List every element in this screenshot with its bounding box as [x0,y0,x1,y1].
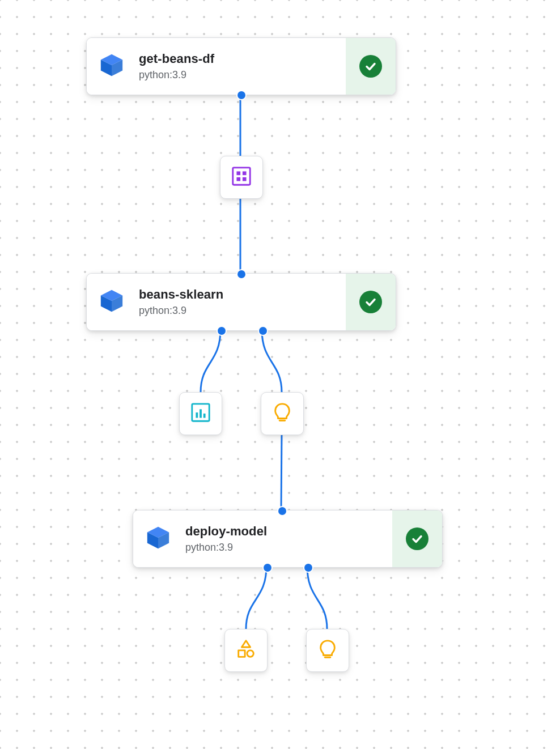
task-text-area: get-beans-df python:3.9 [137,38,346,95]
connection-port [258,326,268,336]
dataset-icon [231,165,252,189]
success-check-icon [359,55,382,78]
task-node-get-beans-df[interactable]: get-beans-df python:3.9 [86,37,396,95]
svg-rect-4 [243,177,247,181]
svg-rect-3 [236,177,240,181]
task-title: get-beans-df [139,52,346,66]
svg-rect-7 [200,409,202,418]
task-cube-icon-area [87,38,137,95]
task-node-deploy-model[interactable]: deploy-model python:3.9 [133,510,443,568]
connection-port [236,269,247,279]
artifact-node-model[interactable] [261,392,304,435]
task-title: beans-sklearn [139,287,346,302]
task-cube-icon-area [87,274,137,330]
success-check-icon [359,291,382,313]
artifact-node-idea2[interactable] [306,629,349,672]
svg-rect-6 [196,412,198,418]
connection-port [236,90,247,100]
metrics-icon [190,402,211,425]
canvas-dot-background [0,0,560,749]
svg-point-11 [247,650,253,657]
shapes-icon [235,639,257,662]
artifact-node-dataset[interactable] [220,156,263,199]
task-subtitle: python:3.9 [139,69,346,81]
lightbulb-icon [271,402,293,425]
task-title: deploy-model [185,524,392,539]
success-check-icon [406,527,429,550]
svg-rect-0 [233,168,250,185]
task-subtitle: python:3.9 [185,542,392,554]
cube-icon [99,288,125,316]
cube-icon [145,525,171,553]
connection-port [277,506,287,516]
lightbulb-icon [317,639,338,662]
svg-rect-10 [239,650,245,657]
task-status-area [346,38,396,95]
task-node-beans-sklearn[interactable]: beans-sklearn python:3.9 [86,273,396,331]
artifact-node-metrics[interactable] [179,392,222,435]
cube-icon [99,52,125,80]
connection-port [262,563,273,573]
artifact-node-shapes[interactable] [224,629,268,672]
task-subtitle: python:3.9 [139,305,346,317]
task-cube-icon-area [133,510,183,567]
svg-rect-2 [243,171,247,175]
connection-port [303,563,313,573]
task-text-area: beans-sklearn python:3.9 [137,274,346,330]
connection-port [217,326,227,336]
svg-rect-1 [236,171,240,175]
task-status-area [392,510,442,567]
task-text-area: deploy-model python:3.9 [183,510,392,567]
task-status-area [346,274,396,330]
svg-rect-8 [203,414,206,418]
